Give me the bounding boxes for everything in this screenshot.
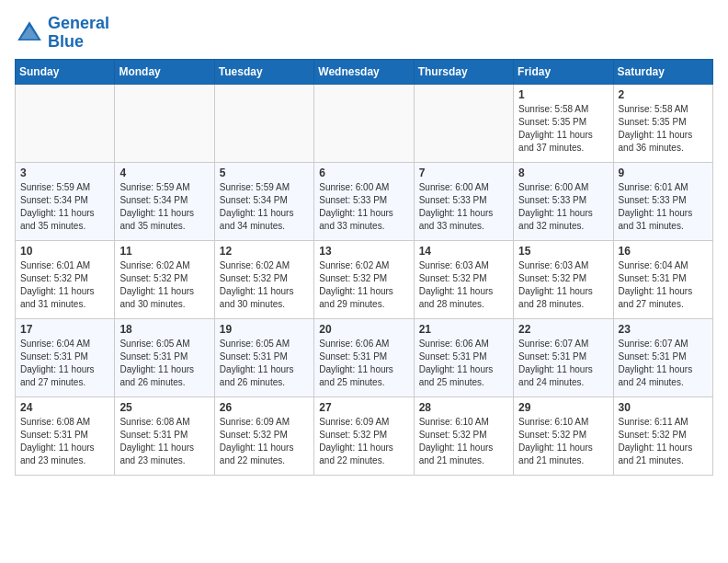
- day-number: 28: [419, 401, 508, 414]
- day-info: Sunrise: 6:06 AM Sunset: 5:31 PM Dayligh…: [419, 338, 508, 389]
- calendar-cell: 28Sunrise: 6:10 AM Sunset: 5:32 PM Dayli…: [414, 396, 513, 475]
- logo-icon: [15, 18, 44, 48]
- day-info: Sunrise: 6:00 AM Sunset: 5:33 PM Dayligh…: [518, 181, 608, 233]
- logo: General Blue: [15, 15, 109, 52]
- day-info: Sunrise: 6:04 AM Sunset: 5:31 PM Dayligh…: [619, 259, 708, 311]
- calendar-cell: 6Sunrise: 6:00 AM Sunset: 5:33 PM Daylig…: [314, 162, 414, 240]
- day-number: 7: [419, 167, 508, 179]
- calendar-cell: 23Sunrise: 6:07 AM Sunset: 5:31 PM Dayli…: [613, 318, 712, 396]
- day-number: 2: [619, 88, 708, 101]
- calendar-cell: 8Sunrise: 6:00 AM Sunset: 5:33 PM Daylig…: [514, 162, 613, 240]
- day-number: 27: [319, 401, 408, 414]
- day-number: 6: [319, 167, 408, 179]
- day-info: Sunrise: 6:02 AM Sunset: 5:32 PM Dayligh…: [220, 259, 309, 311]
- weekday-header: Wednesday: [314, 59, 414, 84]
- weekday-header: Sunday: [16, 59, 115, 84]
- day-info: Sunrise: 6:03 AM Sunset: 5:32 PM Dayligh…: [518, 259, 608, 311]
- calendar-cell: 12Sunrise: 6:02 AM Sunset: 5:32 PM Dayli…: [214, 240, 313, 318]
- calendar-cell: 15Sunrise: 6:03 AM Sunset: 5:32 PM Dayli…: [514, 240, 613, 318]
- day-info: Sunrise: 6:11 AM Sunset: 5:32 PM Dayligh…: [619, 416, 708, 467]
- day-number: 30: [619, 401, 708, 414]
- day-info: Sunrise: 6:10 AM Sunset: 5:32 PM Dayligh…: [419, 416, 508, 467]
- day-number: 9: [619, 167, 708, 179]
- calendar-cell: 25Sunrise: 6:08 AM Sunset: 5:31 PM Dayli…: [115, 396, 214, 475]
- day-number: 10: [20, 245, 109, 258]
- calendar-table: SundayMondayTuesdayWednesdayThursdayFrid…: [15, 59, 713, 476]
- day-info: Sunrise: 6:00 AM Sunset: 5:33 PM Dayligh…: [319, 181, 408, 233]
- calendar-cell: 14Sunrise: 6:03 AM Sunset: 5:32 PM Dayli…: [414, 240, 513, 318]
- day-number: 5: [220, 167, 309, 179]
- day-info: Sunrise: 6:01 AM Sunset: 5:33 PM Dayligh…: [619, 181, 708, 233]
- day-info: Sunrise: 6:06 AM Sunset: 5:31 PM Dayligh…: [319, 338, 408, 389]
- weekday-header: Tuesday: [214, 59, 313, 84]
- day-number: 14: [419, 245, 508, 258]
- day-info: Sunrise: 6:10 AM Sunset: 5:32 PM Dayligh…: [518, 416, 608, 467]
- calendar-cell: 1Sunrise: 5:58 AM Sunset: 5:35 PM Daylig…: [514, 84, 613, 162]
- day-info: Sunrise: 6:09 AM Sunset: 5:32 PM Dayligh…: [319, 416, 408, 467]
- day-number: 29: [518, 401, 608, 414]
- day-info: Sunrise: 5:58 AM Sunset: 5:35 PM Dayligh…: [619, 103, 708, 155]
- day-number: 20: [319, 323, 408, 336]
- calendar-cell: 16Sunrise: 6:04 AM Sunset: 5:31 PM Dayli…: [613, 240, 712, 318]
- calendar-cell: 21Sunrise: 6:06 AM Sunset: 5:31 PM Dayli…: [414, 318, 513, 396]
- calendar-cell: 26Sunrise: 6:09 AM Sunset: 5:32 PM Dayli…: [214, 396, 313, 475]
- day-info: Sunrise: 6:08 AM Sunset: 5:31 PM Dayligh…: [20, 416, 109, 467]
- day-number: 8: [518, 167, 608, 179]
- day-number: 21: [419, 323, 508, 336]
- day-number: 25: [119, 401, 209, 414]
- day-info: Sunrise: 5:59 AM Sunset: 5:34 PM Dayligh…: [220, 181, 309, 233]
- day-info: Sunrise: 6:00 AM Sunset: 5:33 PM Dayligh…: [419, 181, 508, 233]
- calendar-cell: 4Sunrise: 5:59 AM Sunset: 5:34 PM Daylig…: [115, 162, 214, 240]
- day-number: 3: [20, 167, 109, 179]
- weekday-header: Friday: [514, 59, 613, 84]
- day-info: Sunrise: 5:59 AM Sunset: 5:34 PM Dayligh…: [20, 181, 109, 233]
- day-number: 19: [220, 323, 309, 336]
- calendar-cell: 18Sunrise: 6:05 AM Sunset: 5:31 PM Dayli…: [115, 318, 214, 396]
- day-info: Sunrise: 6:04 AM Sunset: 5:31 PM Dayligh…: [20, 338, 109, 389]
- calendar-cell: [115, 84, 214, 162]
- calendar-cell: 5Sunrise: 5:59 AM Sunset: 5:34 PM Daylig…: [214, 162, 313, 240]
- weekday-header: Monday: [115, 59, 214, 84]
- calendar-cell: 3Sunrise: 5:59 AM Sunset: 5:34 PM Daylig…: [16, 162, 115, 240]
- day-number: 4: [119, 167, 209, 179]
- calendar-cell: 9Sunrise: 6:01 AM Sunset: 5:33 PM Daylig…: [613, 162, 712, 240]
- day-info: Sunrise: 6:01 AM Sunset: 5:32 PM Dayligh…: [20, 259, 109, 311]
- page-header: General Blue: [15, 15, 713, 52]
- calendar-cell: 24Sunrise: 6:08 AM Sunset: 5:31 PM Dayli…: [16, 396, 115, 475]
- calendar-cell: [214, 84, 313, 162]
- day-info: Sunrise: 6:02 AM Sunset: 5:32 PM Dayligh…: [319, 259, 408, 311]
- day-info: Sunrise: 6:08 AM Sunset: 5:31 PM Dayligh…: [119, 416, 209, 467]
- calendar-cell: 2Sunrise: 5:58 AM Sunset: 5:35 PM Daylig…: [613, 84, 712, 162]
- day-info: Sunrise: 6:03 AM Sunset: 5:32 PM Dayligh…: [419, 259, 508, 311]
- calendar-cell: 10Sunrise: 6:01 AM Sunset: 5:32 PM Dayli…: [16, 240, 115, 318]
- day-number: 26: [220, 401, 309, 414]
- day-number: 16: [619, 245, 708, 258]
- calendar-cell: 20Sunrise: 6:06 AM Sunset: 5:31 PM Dayli…: [314, 318, 414, 396]
- day-number: 23: [619, 323, 708, 336]
- calendar-cell: 13Sunrise: 6:02 AM Sunset: 5:32 PM Dayli…: [314, 240, 414, 318]
- calendar-header-row: SundayMondayTuesdayWednesdayThursdayFrid…: [16, 59, 713, 84]
- calendar-cell: 30Sunrise: 6:11 AM Sunset: 5:32 PM Dayli…: [613, 396, 712, 475]
- calendar-cell: [16, 84, 115, 162]
- weekday-header: Saturday: [613, 59, 712, 84]
- logo-text: General Blue: [48, 15, 109, 52]
- day-number: 15: [518, 245, 608, 258]
- day-info: Sunrise: 6:05 AM Sunset: 5:31 PM Dayligh…: [220, 338, 309, 389]
- weekday-header: Thursday: [414, 59, 513, 84]
- day-number: 13: [319, 245, 408, 258]
- day-info: Sunrise: 6:07 AM Sunset: 5:31 PM Dayligh…: [619, 338, 708, 389]
- day-info: Sunrise: 6:05 AM Sunset: 5:31 PM Dayligh…: [119, 338, 209, 389]
- day-info: Sunrise: 6:02 AM Sunset: 5:32 PM Dayligh…: [119, 259, 209, 311]
- calendar-cell: 11Sunrise: 6:02 AM Sunset: 5:32 PM Dayli…: [115, 240, 214, 318]
- calendar-cell: 7Sunrise: 6:00 AM Sunset: 5:33 PM Daylig…: [414, 162, 513, 240]
- day-number: 24: [20, 401, 109, 414]
- day-number: 11: [119, 245, 209, 258]
- day-number: 17: [20, 323, 109, 336]
- calendar-cell: [314, 84, 414, 162]
- calendar-cell: 17Sunrise: 6:04 AM Sunset: 5:31 PM Dayli…: [16, 318, 115, 396]
- calendar-cell: 19Sunrise: 6:05 AM Sunset: 5:31 PM Dayli…: [214, 318, 313, 396]
- calendar-cell: [414, 84, 513, 162]
- calendar-cell: 22Sunrise: 6:07 AM Sunset: 5:31 PM Dayli…: [514, 318, 613, 396]
- day-info: Sunrise: 5:59 AM Sunset: 5:34 PM Dayligh…: [119, 181, 209, 233]
- day-number: 22: [518, 323, 608, 336]
